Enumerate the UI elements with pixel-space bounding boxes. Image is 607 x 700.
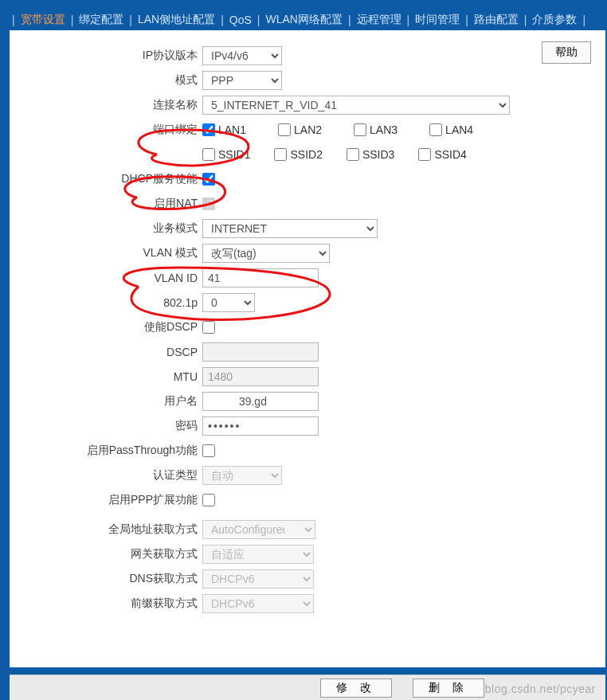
label-password: 密码 (18, 419, 202, 433)
label-auth: 认证类型 (18, 468, 202, 483)
select-service-mode[interactable]: INTERNET (202, 219, 378, 238)
label-prefix-mode: 前缀获取方式 (18, 596, 202, 611)
ppp-ext-checkbox[interactable] (202, 494, 215, 506)
ssid4-checkbox[interactable]: SSID4 (418, 148, 466, 161)
top-nav: | 宽带设置 | 绑定配置 | LAN侧地址配置 | QoS | WLAN网络配… (0, 0, 607, 30)
username-input[interactable] (202, 392, 319, 411)
lan4-checkbox[interactable]: LAN4 (429, 123, 473, 136)
label-ip-version: IP协议版本 (18, 49, 202, 63)
select-mode[interactable]: PPP (202, 71, 282, 90)
label-dns-mode: DNS获取方式 (18, 572, 202, 586)
tab-qos[interactable]: QoS (228, 11, 253, 29)
label-connection: 连接名称 (18, 98, 202, 112)
lan1-checkbox[interactable]: LAN1 (202, 123, 246, 136)
tab-broadband[interactable]: 宽带设置 (19, 10, 67, 29)
label-mtu: MTU (18, 370, 202, 383)
dscp-input (202, 342, 319, 362)
label-dhcp-enable: DHCP服务使能 (18, 172, 202, 186)
password-input[interactable] (202, 416, 319, 436)
dhcp-enable-checkbox[interactable] (202, 173, 215, 186)
vlan-id-input[interactable] (202, 268, 319, 287)
select-vlan-mode[interactable]: 改写(tag) (202, 244, 330, 263)
mtu-input (202, 367, 319, 386)
label-passthrough: 启用PassThrough功能 (18, 444, 202, 458)
select-dns-mode: DHCPv6 (202, 569, 314, 589)
lan2-checkbox[interactable]: LAN2 (278, 123, 322, 136)
label-vlan-id: VLAN ID (18, 272, 202, 284)
tab-wlan[interactable]: WLAN网络配置 (264, 10, 343, 29)
ssid3-checkbox[interactable]: SSID3 (347, 148, 394, 161)
modify-button[interactable]: 修 改 (320, 678, 392, 698)
content-panel: 帮助 IP协议版本 IPv4/v6 模式 PPP 连接名称 5_INTERNET… (10, 30, 605, 667)
select-8021p[interactable]: 0 (202, 293, 255, 312)
label-dscp-enable: 使能DSCP (18, 320, 202, 334)
select-connection[interactable]: 5_INTERNET_R_VID_41 (202, 96, 510, 115)
tab-remote[interactable]: 远程管理 (355, 10, 403, 29)
label-dscp: DSCP (18, 346, 202, 358)
label-nat: 启用NAT (18, 197, 202, 211)
ssid1-checkbox[interactable]: SSID1 (202, 148, 250, 161)
label-ppp-ext: 启用PPP扩展功能 (18, 493, 202, 507)
delete-button[interactable]: 删 除 (413, 678, 484, 698)
tab-lan-config[interactable]: LAN侧地址配置 (136, 10, 217, 29)
nat-checkbox (202, 197, 215, 210)
nav-pipe: | (8, 14, 19, 26)
footer-bar: 修 改 删 除 (10, 675, 605, 700)
passthrough-checkbox[interactable] (202, 444, 215, 457)
select-gateway-mode: 自适应 (202, 545, 314, 564)
tab-media[interactable]: 介质参数 (531, 10, 578, 29)
label-8021p: 802.1p (18, 296, 202, 309)
select-auth: 自动 (202, 466, 282, 485)
label-vlan-mode: VLAN 模式 (18, 246, 202, 260)
label-global-addr: 全局地址获取方式 (18, 522, 202, 537)
select-ip-version[interactable]: IPv4/v6 (202, 46, 282, 65)
lan3-checkbox[interactable]: LAN3 (354, 123, 397, 136)
tab-time[interactable]: 时间管理 (413, 10, 461, 29)
help-button[interactable]: 帮助 (542, 41, 591, 64)
label-port-bind: 端口绑定 (18, 123, 202, 137)
select-global-addr: AutoConfigured( (202, 520, 315, 539)
ssid2-checkbox[interactable]: SSID2 (274, 148, 322, 161)
label-username: 用户名 (18, 394, 202, 409)
tab-route[interactable]: 路由配置 (472, 10, 520, 29)
tab-binding[interactable]: 绑定配置 (77, 10, 125, 29)
dscp-enable-checkbox[interactable] (202, 321, 215, 334)
label-mode: 模式 (18, 73, 202, 88)
label-gateway-mode: 网关获取方式 (18, 547, 202, 561)
select-prefix-mode: DHCPv6 (202, 594, 314, 613)
label-service-mode: 业务模式 (18, 221, 202, 236)
